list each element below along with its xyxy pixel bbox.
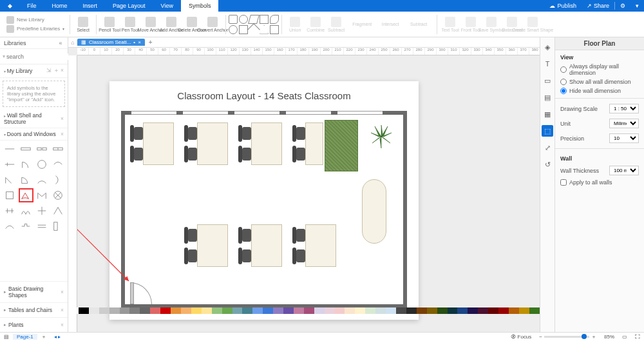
color-swatch[interactable] bbox=[283, 307, 294, 314]
carpet[interactable] bbox=[325, 120, 358, 171]
vtool-floorplan[interactable]: ⬚ bbox=[542, 125, 553, 137]
color-swatch[interactable] bbox=[468, 307, 478, 314]
zoom-out-button[interactable]: − bbox=[539, 334, 542, 340]
add-page-button[interactable]: ＋ bbox=[37, 333, 50, 340]
vtool-layers[interactable]: ▤ bbox=[542, 92, 553, 103]
symbol[interactable] bbox=[3, 188, 17, 202]
color-swatch[interactable] bbox=[212, 307, 222, 314]
focus-toggle[interactable]: ⦿ Focus bbox=[507, 334, 536, 340]
room-outline[interactable] bbox=[121, 111, 407, 308]
color-swatch[interactable] bbox=[160, 307, 171, 314]
zoom-slider[interactable] bbox=[544, 336, 589, 338]
color-swatch[interactable] bbox=[232, 307, 243, 314]
color-swatch[interactable] bbox=[345, 307, 355, 314]
symbol[interactable] bbox=[35, 204, 50, 218]
vtool-text[interactable]: T bbox=[542, 58, 553, 70]
desk-group[interactable] bbox=[305, 122, 323, 165]
color-swatch[interactable] bbox=[242, 307, 252, 314]
category-plants[interactable]: Plants× bbox=[0, 317, 68, 332]
symbol-selected[interactable] bbox=[19, 188, 33, 202]
thickness-select[interactable]: 100 mm bbox=[609, 166, 639, 175]
share-button[interactable]: ↗Share bbox=[582, 0, 614, 12]
symbol[interactable] bbox=[3, 173, 17, 187]
color-swatch[interactable] bbox=[335, 307, 345, 314]
color-swatch[interactable] bbox=[478, 307, 488, 314]
color-swatch[interactable] bbox=[355, 307, 365, 314]
color-swatch[interactable] bbox=[396, 307, 406, 314]
symbol[interactable] bbox=[35, 173, 50, 187]
vtool-theme[interactable]: ◈ bbox=[542, 41, 553, 53]
symbol[interactable] bbox=[19, 204, 33, 218]
symbol[interactable] bbox=[50, 204, 65, 218]
color-swatch[interactable] bbox=[120, 307, 130, 314]
new-tab-button[interactable]: + bbox=[145, 39, 156, 46]
symbol[interactable] bbox=[19, 219, 33, 233]
category-tables-chairs[interactable]: Tables and Chairs× bbox=[0, 302, 68, 317]
section-wall-shell[interactable]: ▸ Wall Shell and Structure× bbox=[0, 110, 68, 128]
desk-group[interactable] bbox=[197, 224, 228, 267]
color-swatch[interactable] bbox=[509, 307, 519, 314]
color-swatch[interactable] bbox=[457, 307, 468, 314]
document-tab[interactable]: ▦Classroom Seati...•× bbox=[77, 39, 145, 46]
symbol[interactable] bbox=[3, 157, 17, 171]
my-library-section[interactable]: ▾ My Library ⇲ ＋ × bbox=[0, 64, 68, 78]
move-anchor-tool[interactable]: Move Anchor bbox=[140, 17, 161, 32]
menu-view[interactable]: View bbox=[153, 0, 181, 12]
radio-always-dim[interactable]: Always display wall dimension bbox=[555, 62, 644, 77]
page-nav-arrows[interactable]: ◂ ▸ bbox=[50, 334, 64, 340]
settings-icon[interactable]: ⚙ bbox=[615, 0, 630, 12]
zoom-in-button[interactable]: ＋ bbox=[591, 333, 596, 340]
menu-home[interactable]: Home bbox=[44, 0, 75, 12]
color-swatch[interactable] bbox=[304, 307, 314, 314]
new-library-button[interactable]: New Library bbox=[6, 16, 64, 24]
symbol[interactable] bbox=[19, 157, 33, 171]
vtool-measure[interactable]: ⤢ bbox=[542, 142, 553, 153]
pencil-tool[interactable]: Pencil Tool bbox=[99, 17, 120, 32]
desk-group[interactable] bbox=[143, 122, 174, 165]
color-swatch[interactable] bbox=[529, 307, 540, 314]
drawing-page[interactable]: Classroom Layout - 14 Seats Classroom bbox=[109, 81, 419, 320]
symbol[interactable] bbox=[19, 173, 33, 187]
color-swatch[interactable] bbox=[263, 307, 273, 314]
color-swatch[interactable] bbox=[150, 307, 160, 314]
symbol[interactable] bbox=[3, 142, 17, 156]
color-swatch[interactable] bbox=[386, 307, 396, 314]
color-swatch[interactable] bbox=[99, 307, 109, 314]
vtool-history[interactable]: ↺ bbox=[542, 159, 553, 170]
symbol[interactable] bbox=[19, 142, 33, 156]
symbol[interactable] bbox=[3, 219, 17, 233]
menu-page-layout[interactable]: Page Layout bbox=[105, 0, 153, 12]
library-collapse-icon[interactable]: « bbox=[57, 40, 64, 46]
color-swatch[interactable] bbox=[109, 307, 120, 314]
symbol[interactable] bbox=[35, 219, 50, 233]
color-swatch[interactable] bbox=[181, 307, 191, 314]
color-swatch[interactable] bbox=[325, 307, 335, 314]
door[interactable] bbox=[130, 280, 155, 304]
vtool-image[interactable]: ▭ bbox=[542, 75, 553, 86]
color-swatch[interactable] bbox=[488, 307, 498, 314]
desk-group[interactable] bbox=[251, 224, 282, 267]
color-swatch[interactable] bbox=[140, 307, 150, 314]
color-swatch[interactable] bbox=[427, 307, 437, 314]
radio-show-all-dim[interactable]: Show all wall dimension bbox=[555, 77, 644, 86]
tab-home-icon[interactable]: ⌂ bbox=[68, 39, 77, 46]
color-swatch[interactable] bbox=[498, 307, 509, 314]
symbol[interactable] bbox=[35, 157, 50, 171]
predefine-libraries-button[interactable]: Predefine Libraries▾ bbox=[6, 25, 64, 33]
scale-select[interactable]: 1 : 50 bbox=[609, 104, 639, 113]
desk-group[interactable] bbox=[197, 122, 228, 165]
color-swatch[interactable] bbox=[314, 307, 325, 314]
page-tab[interactable]: Page-1 bbox=[13, 334, 37, 340]
color-swatch[interactable] bbox=[129, 307, 140, 314]
color-swatch[interactable] bbox=[89, 307, 99, 314]
oval-table[interactable] bbox=[362, 179, 386, 244]
select-tool[interactable]: Select bbox=[73, 17, 93, 32]
color-swatch[interactable] bbox=[375, 307, 386, 314]
color-swatch[interactable] bbox=[406, 307, 417, 314]
convert-anchor-tool[interactable]: Convert Anchor bbox=[202, 17, 223, 32]
unit-select[interactable]: Milimet... bbox=[609, 119, 639, 128]
apply-all-walls-check[interactable]: Apply to all walls bbox=[555, 178, 644, 187]
section-doors-windows[interactable]: ▾ Doors and Windows× bbox=[0, 128, 68, 141]
color-swatches[interactable] bbox=[68, 307, 540, 314]
color-swatch[interactable] bbox=[191, 307, 202, 314]
